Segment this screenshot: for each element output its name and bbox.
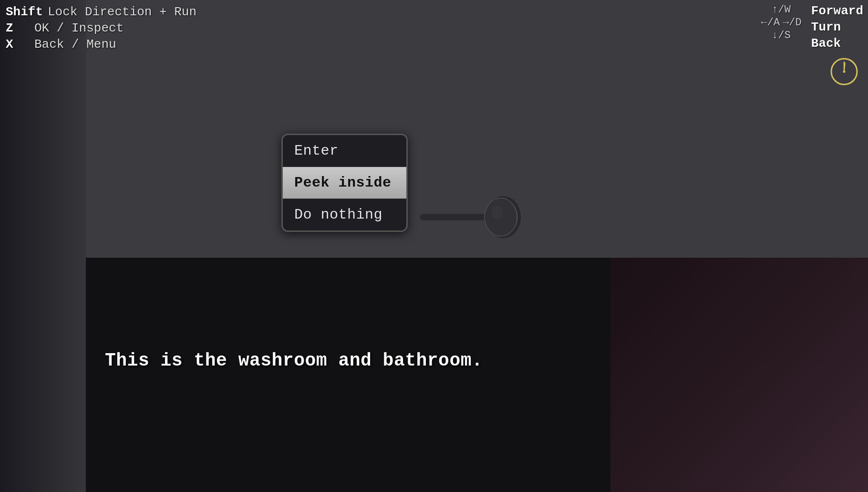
hud-arrow-center: ←/A →/D [761,17,802,29]
hud-arrow-left: ←/A [761,17,780,29]
clock-icon [830,57,858,86]
subtitle-area: This is the washroom and bathroom. [86,258,610,492]
subtitle-text: This is the washroom and bathroom. [105,350,483,371]
hud-z-label: OK / Inspect [34,21,124,35]
door-handle-illustration [415,186,553,243]
hud-directions: ↑/W ←/A →/D ↓/S Forward Turn Back [761,4,863,51]
hud-arrow-down: ↓/S [772,30,791,42]
hud-back-label: Back [811,36,841,51]
hud-x-label: Back / Menu [34,37,116,52]
hud-turn-label: Turn [811,20,841,34]
hud-controls: Shift Lock Direction + Run Z OK / Inspec… [6,5,196,52]
hud-forward-label: Forward [811,4,863,18]
hud-shift-row: Shift Lock Direction + Run [6,5,196,19]
menu-item-enter[interactable]: Enter [283,135,406,167]
hud-direction-labels: Forward Turn Back [811,4,863,51]
hud-arrow-right: →/D [783,17,802,29]
clock-container [830,57,858,88]
bg-bottom-right-panel [610,258,868,492]
menu-item-nothing[interactable]: Do nothing [283,199,406,230]
hud-x-key: X [6,37,30,52]
hud-shift-key: Shift [6,5,43,19]
hud-z-row: Z OK / Inspect [6,21,196,35]
hud-z-key: Z [6,21,30,35]
hud-shift-label: Lock Direction + Run [48,5,196,19]
menu-item-peek[interactable]: Peek inside [283,167,406,199]
hud-arrow-cluster: ↑/W ←/A →/D ↓/S [761,4,802,42]
context-menu: Enter Peek inside Do nothing [281,134,408,232]
svg-point-8 [492,206,503,219]
bg-left-panel [0,0,86,492]
hud-x-row: X Back / Menu [6,37,196,52]
hud-arrow-up: ↑/W [772,4,791,16]
